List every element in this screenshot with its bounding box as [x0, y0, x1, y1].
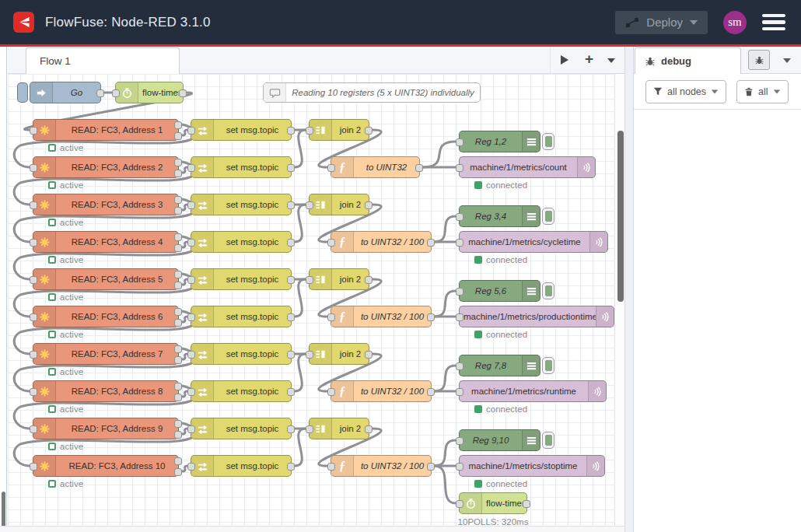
- output-port[interactable]: [287, 463, 295, 471]
- wire[interactable]: [435, 466, 456, 503]
- output-port[interactable]: [415, 164, 423, 172]
- input-port[interactable]: [456, 313, 463, 321]
- output-port[interactable]: [287, 127, 295, 135]
- output-port[interactable]: [287, 425, 295, 433]
- output-port[interactable]: [287, 313, 295, 321]
- node-join1[interactable]: join 2: [309, 119, 369, 141]
- node-change3[interactable]: set msg.topic: [191, 194, 292, 215]
- output-port[interactable]: [427, 463, 435, 471]
- input-port[interactable]: [187, 463, 195, 471]
- output-port[interactable]: [287, 164, 295, 172]
- input-port[interactable]: [306, 425, 313, 433]
- output-port[interactable]: [174, 121, 182, 129]
- input-port[interactable]: [456, 288, 463, 296]
- node-join4[interactable]: join 2: [309, 343, 369, 365]
- wire[interactable]: [182, 167, 187, 173]
- output-port[interactable]: [174, 196, 182, 204]
- input-port[interactable]: [187, 164, 195, 172]
- wire[interactable]: [182, 242, 187, 247]
- input-port[interactable]: [187, 351, 195, 359]
- canvas-horizontal-scrollbar[interactable]: [0, 526, 624, 532]
- node-read9[interactable]: READ: FC3, Address 9: [33, 418, 179, 439]
- input-port[interactable]: [30, 127, 37, 135]
- wire[interactable]: [435, 291, 456, 317]
- output-port[interactable]: [365, 425, 373, 433]
- wire[interactable]: [435, 366, 456, 391]
- output-port[interactable]: [365, 201, 373, 209]
- deploy-caret-icon[interactable]: [690, 20, 698, 25]
- gutter-scrollbar-thumb[interactable]: [2, 492, 5, 529]
- node-comment[interactable]: Reading 10 registers (5 x UINT32) indivi…: [263, 82, 481, 103]
- node-func4[interactable]: ƒto UINT32 / 100: [331, 380, 432, 402]
- sidebar-divider[interactable]: [624, 47, 634, 532]
- node-join5[interactable]: join 2: [309, 418, 369, 439]
- output-port[interactable]: [174, 356, 182, 364]
- output-port[interactable]: [179, 89, 187, 97]
- input-port[interactable]: [456, 164, 463, 172]
- node-mqtt2[interactable]: machine/1/metrics/cycletime: [459, 231, 608, 253]
- flow-canvas[interactable]: Goflow-timerReading 10 registers (5 x UI…: [8, 74, 614, 526]
- input-port[interactable]: [30, 388, 37, 396]
- debug-toggle-button[interactable]: [542, 432, 554, 449]
- input-port[interactable]: [187, 313, 195, 321]
- node-timer1[interactable]: flow-timer: [115, 82, 184, 103]
- debug-toggle-button[interactable]: [542, 208, 554, 225]
- vertical-scrollbar-thumb[interactable]: [617, 131, 624, 302]
- input-port[interactable]: [30, 313, 37, 321]
- node-change2[interactable]: set msg.topic: [191, 156, 292, 178]
- input-port[interactable]: [187, 127, 195, 135]
- output-port[interactable]: [174, 207, 182, 215]
- wire[interactable]: [182, 317, 187, 322]
- input-port[interactable]: [30, 201, 37, 209]
- node-func3[interactable]: ƒto UINT32 / 100: [331, 306, 432, 327]
- output-port[interactable]: [174, 345, 182, 353]
- node-read7[interactable]: READ: FC3, Address 7: [33, 343, 179, 365]
- node-func2[interactable]: ƒto UINT32 / 100: [331, 231, 432, 253]
- input-port[interactable]: [30, 164, 37, 172]
- output-port[interactable]: [174, 394, 182, 401]
- output-port[interactable]: [365, 127, 373, 135]
- output-port[interactable]: [287, 388, 295, 396]
- debug-pane-button[interactable]: [748, 50, 770, 70]
- user-avatar[interactable]: sm: [723, 11, 747, 34]
- input-port[interactable]: [306, 276, 313, 284]
- input-port[interactable]: [456, 213, 463, 221]
- input-port[interactable]: [30, 276, 37, 284]
- wire[interactable]: [182, 391, 187, 397]
- output-port[interactable]: [174, 132, 182, 140]
- input-port[interactable]: [327, 239, 335, 247]
- input-port[interactable]: [456, 138, 463, 146]
- input-port[interactable]: [30, 425, 37, 433]
- node-change9[interactable]: set msg.topic: [191, 418, 292, 439]
- node-read5[interactable]: READ: FC3, Address 5: [33, 268, 179, 290]
- output-port[interactable]: [523, 500, 530, 508]
- node-read10[interactable]: READ: FC3, Address 10: [33, 455, 179, 477]
- wire[interactable]: [295, 354, 306, 391]
- output-port[interactable]: [174, 282, 182, 289]
- debug-filter-button[interactable]: all nodes: [645, 80, 726, 103]
- wire[interactable]: [435, 216, 456, 242]
- node-change8[interactable]: set msg.topic: [191, 380, 292, 402]
- node-read2[interactable]: READ: FC3, Address 2: [33, 156, 179, 178]
- node-mqtt3[interactable]: machine/1/metrics/productiontime: [459, 306, 614, 327]
- tab-debug[interactable]: debug: [635, 47, 741, 74]
- output-port[interactable]: [287, 201, 295, 209]
- tab-flow-1[interactable]: Flow 1: [26, 47, 180, 74]
- node-read1[interactable]: READ: FC3, Address 1: [33, 119, 179, 141]
- wire[interactable]: [182, 279, 187, 285]
- node-change5[interactable]: set msg.topic: [191, 268, 292, 290]
- output-port[interactable]: [365, 276, 373, 284]
- node-debug5[interactable]: Reg 9,10: [459, 429, 540, 451]
- node-change6[interactable]: set msg.topic: [191, 306, 292, 327]
- output-port[interactable]: [427, 313, 435, 321]
- output-port[interactable]: [287, 239, 295, 247]
- deploy-button[interactable]: Deploy: [615, 11, 708, 34]
- node-change1[interactable]: set msg.topic: [191, 119, 292, 141]
- output-port[interactable]: [287, 351, 295, 359]
- input-port[interactable]: [112, 89, 120, 97]
- run-flow-icon[interactable]: [561, 55, 568, 65]
- wire[interactable]: [295, 205, 306, 242]
- node-mqtt4[interactable]: machine/1/metrics/runtime: [459, 380, 607, 402]
- output-port[interactable]: [174, 233, 182, 241]
- node-func1[interactable]: ƒto UINT32: [331, 156, 420, 178]
